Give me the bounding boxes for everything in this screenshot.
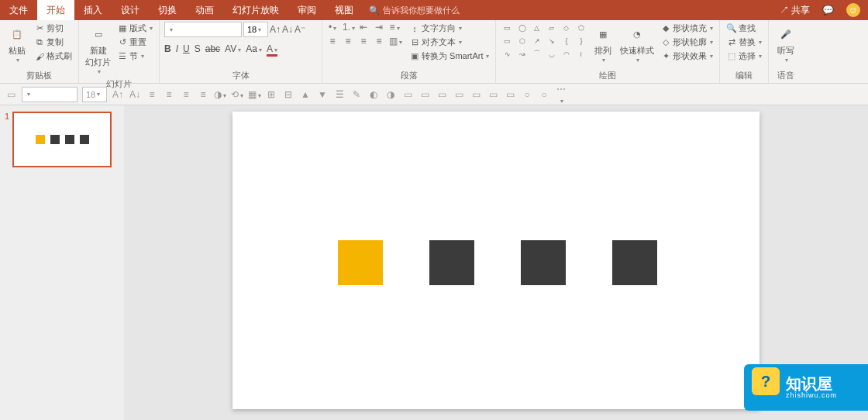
qat-more4[interactable]: ▭ [418, 89, 431, 100]
shrink-font-button[interactable]: A↓ [282, 24, 293, 35]
increase-indent-button[interactable]: ⇥ [374, 22, 384, 33]
share-button[interactable]: ↗ 共享 [780, 4, 810, 17]
find-button[interactable]: 🔍查找 [725, 22, 763, 35]
thumb-shape-2 [50, 135, 60, 144]
qat-more7[interactable]: ▭ [470, 89, 482, 100]
qat-arrange[interactable]: ▦ [248, 89, 260, 100]
font-size-combo[interactable]: 18 [243, 22, 268, 37]
qat-align1[interactable]: ≡ [146, 89, 158, 100]
qat-overflow[interactable]: ⋯ [555, 84, 567, 105]
group-label-drawing: 绘图 [501, 68, 715, 83]
tell-me-search[interactable]: 🔍 告诉我你想要做什么 [369, 0, 460, 20]
tab-view[interactable]: 视图 [326, 0, 363, 20]
arrange-button[interactable]: ▦ 排列 [591, 22, 615, 65]
slide-canvas[interactable] [232, 112, 760, 409]
smartart-button[interactable]: ▣转换为 SmartArt [408, 50, 491, 63]
tab-transition[interactable]: 切换 [149, 0, 186, 20]
clear-format-button[interactable]: A⁻ [294, 24, 305, 35]
shape-square-4[interactable] [612, 240, 657, 285]
arrange-icon: ▦ [592, 23, 614, 45]
shape-fill-button[interactable]: ◆形状填充 [659, 22, 715, 35]
find-icon: 🔍 [726, 23, 737, 34]
justify-button[interactable]: ≡ [374, 36, 384, 46]
align-left-button[interactable]: ≡ [327, 36, 338, 46]
qat-rotate[interactable]: ⟲ [231, 89, 243, 100]
tab-design[interactable]: 设计 [112, 0, 149, 20]
align-center-button[interactable]: ≡ [343, 36, 353, 46]
qat-more6[interactable]: ▭ [453, 89, 465, 100]
underline-button[interactable]: U [183, 43, 190, 57]
shape-outline-button[interactable]: ◇形状轮廓 [659, 36, 715, 49]
comments-icon[interactable]: 💬 [822, 5, 834, 15]
align-right-button[interactable]: ≡ [358, 36, 369, 46]
qat-grow-font[interactable]: A↑ [112, 89, 124, 100]
tab-slideshow[interactable]: 幻灯片放映 [223, 0, 288, 20]
tab-animation[interactable]: 动画 [186, 0, 223, 20]
qat-more2[interactable]: ◑ [384, 89, 397, 100]
shape-effects-button[interactable]: ✦形状效果 [659, 50, 715, 63]
slide-thumbnail-1[interactable] [12, 112, 112, 167]
qat-shrink-font[interactable]: A↓ [129, 89, 141, 100]
decrease-indent-button[interactable]: ⇤ [358, 22, 369, 33]
reset-button[interactable]: ↺重置 [115, 36, 154, 49]
qat-eyedropper[interactable]: ✎ [350, 89, 363, 100]
shapes-gallery[interactable]: ▭◯△▱◇⬠ ▭⬡↗↘{} ∿↝⌒◡◠≀ [501, 22, 587, 60]
qat-more5[interactable]: ▭ [436, 89, 448, 100]
quick-styles-button[interactable]: ◔ 快速样式 [618, 22, 656, 65]
outline-icon: ◇ [660, 37, 671, 48]
qat-more11[interactable]: ○ [538, 89, 550, 100]
columns-button[interactable]: ▥ [389, 36, 400, 46]
tab-file[interactable]: 文件 [0, 0, 37, 20]
qat-more3[interactable]: ▭ [401, 89, 414, 100]
bullets-button[interactable]: • [327, 22, 338, 33]
shape-square-3[interactable] [521, 240, 566, 285]
section-button[interactable]: ☰节 [115, 50, 154, 63]
replace-button[interactable]: ⇄替换 [725, 36, 763, 49]
qat-more10[interactable]: ○ [521, 89, 533, 100]
tab-insert[interactable]: 插入 [74, 0, 112, 20]
qat-selection-pane[interactable]: ☰ [333, 89, 346, 100]
shadow-button[interactable]: S [195, 43, 201, 57]
dictate-button[interactable]: 🎤 听写 [773, 22, 798, 65]
qat-ungroup[interactable]: ⊟ [282, 89, 294, 100]
qat-bring-front[interactable]: ▲ [299, 89, 312, 100]
strike-button[interactable]: abc [205, 43, 220, 57]
qat-align3[interactable]: ≡ [180, 89, 192, 100]
copy-button[interactable]: ⧉复制 [33, 36, 74, 49]
qat-more8[interactable]: ▭ [487, 89, 499, 100]
numbering-button[interactable]: 1. [343, 22, 353, 33]
font-family-combo[interactable] [164, 22, 242, 37]
grow-font-button[interactable]: A↑ [270, 24, 281, 35]
shape-square-2[interactable] [429, 240, 474, 285]
line-spacing-button[interactable]: ≡ [389, 22, 400, 33]
qat-align4[interactable]: ≡ [197, 89, 209, 100]
bold-button[interactable]: B [164, 43, 171, 57]
layout-button[interactable]: ▦版式 [115, 22, 154, 35]
qat-size-combo[interactable]: 18 [82, 87, 107, 102]
text-direction-button[interactable]: ↕文字方向 [408, 22, 491, 35]
slide-thumbnails-pane[interactable]: 1 [0, 105, 124, 420]
align-text-button[interactable]: ⊟对齐文本 [408, 36, 491, 49]
qat-shape-combine[interactable]: ◑ [214, 89, 226, 100]
qat-send-back[interactable]: ▼ [316, 89, 329, 100]
font-color-button[interactable]: A [267, 43, 277, 57]
spacing-button[interactable]: AV [225, 43, 241, 57]
qat-thumb-icon[interactable]: ▭ [5, 89, 17, 100]
select-button[interactable]: ⬚选择 [725, 50, 763, 63]
shape-square-1[interactable] [338, 240, 383, 285]
qat-font-combo[interactable] [22, 87, 78, 102]
change-case-button[interactable]: Aa [246, 43, 262, 57]
new-slide-button[interactable]: ▭ 新建 幻灯片 [84, 22, 112, 77]
qat-more1[interactable]: ◐ [367, 89, 380, 100]
italic-button[interactable]: I [176, 43, 178, 57]
account-smiley-icon[interactable]: ☺ [846, 3, 860, 17]
tab-home[interactable]: 开始 [37, 0, 74, 20]
microphone-icon: 🎤 [775, 23, 797, 45]
cut-button[interactable]: ✂剪切 [33, 22, 74, 35]
format-painter-button[interactable]: 🖌格式刷 [33, 50, 74, 63]
paste-button[interactable]: 📋 粘贴 [5, 22, 29, 65]
tab-review[interactable]: 审阅 [288, 0, 326, 20]
qat-group[interactable]: ⊞ [265, 89, 277, 100]
qat-more9[interactable]: ▭ [504, 89, 516, 100]
qat-align2[interactable]: ≡ [163, 89, 175, 100]
